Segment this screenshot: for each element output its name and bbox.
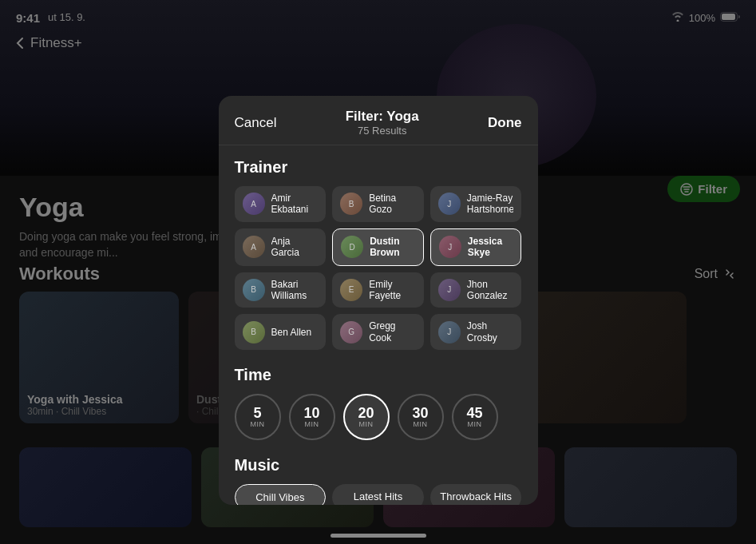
trainer-avatar-4: D bbox=[341, 236, 363, 258]
time-option-30[interactable]: 30 MIN bbox=[398, 394, 444, 440]
music-item-2[interactable]: Throwback Hits bbox=[430, 484, 522, 505]
trainer-item-8[interactable]: JJhon Gonzalez bbox=[430, 272, 522, 308]
trainer-item-3[interactable]: AAnja Garcia bbox=[235, 228, 327, 266]
time-unit-3: MIN bbox=[414, 420, 428, 428]
modal-header: Cancel Filter: Yoga 75 Results Done bbox=[219, 96, 538, 145]
trainer-avatar-7: E bbox=[340, 279, 362, 301]
music-item-0[interactable]: Chill Vibes bbox=[235, 484, 327, 505]
trainer-name-11: Josh Crosby bbox=[467, 320, 514, 343]
trainer-item-2[interactable]: JJamie-Ray Hartshorne bbox=[430, 186, 522, 222]
filter-modal: Cancel Filter: Yoga 75 Results Done Trai… bbox=[219, 96, 538, 505]
trainer-item-7[interactable]: EEmily Fayette bbox=[332, 272, 424, 308]
modal-title-block: Filter: Yoga 75 Results bbox=[346, 109, 419, 137]
trainer-item-1[interactable]: BBetina Gozo bbox=[332, 186, 424, 222]
time-section-label: Time bbox=[235, 366, 522, 384]
trainer-item-4[interactable]: DDustin Brown bbox=[332, 228, 424, 266]
music-item-1[interactable]: Latest Hits bbox=[332, 484, 424, 505]
time-unit-2: MIN bbox=[359, 420, 374, 428]
trainer-avatar-2: J bbox=[438, 193, 461, 215]
time-option-10[interactable]: 10 MIN bbox=[289, 394, 335, 440]
trainer-item-6[interactable]: BBakari Williams bbox=[235, 272, 327, 308]
trainer-name-1: Betina Gozo bbox=[369, 193, 416, 216]
time-num-4: 45 bbox=[466, 406, 482, 420]
time-num-0: 5 bbox=[253, 406, 261, 420]
modal-subtitle: 75 Results bbox=[346, 125, 419, 137]
time-option-20[interactable]: 20 MIN bbox=[343, 394, 390, 440]
modal-title: Filter: Yoga bbox=[346, 109, 419, 125]
trainer-section-label: Trainer bbox=[235, 158, 522, 177]
trainer-avatar-9: B bbox=[243, 321, 265, 343]
trainer-item-5[interactable]: JJessica Skye bbox=[430, 228, 522, 266]
cancel-button[interactable]: Cancel bbox=[235, 115, 277, 131]
time-num-3: 30 bbox=[412, 406, 428, 420]
time-section: Time 5 MIN 10 MIN 20 MIN 30 MIN 45 MIN bbox=[235, 366, 522, 440]
home-indicator bbox=[331, 534, 426, 538]
trainer-item-10[interactable]: GGregg Cook bbox=[332, 314, 424, 350]
done-button[interactable]: Done bbox=[488, 115, 522, 131]
time-unit-1: MIN bbox=[305, 420, 319, 428]
trainer-avatar-6: B bbox=[243, 279, 265, 301]
trainer-item-11[interactable]: JJosh Crosby bbox=[430, 314, 522, 350]
trainer-name-7: Emily Fayette bbox=[369, 279, 416, 302]
trainer-name-0: Amir Ekbatani bbox=[271, 193, 319, 216]
trainer-avatar-3: A bbox=[243, 236, 265, 258]
trainer-avatar-8: J bbox=[438, 279, 461, 301]
trainer-avatar-0: A bbox=[243, 193, 265, 215]
trainer-name-9: Ben Allen bbox=[271, 327, 312, 338]
trainer-item-0[interactable]: AAmir Ekbatani bbox=[235, 186, 327, 222]
time-unit-4: MIN bbox=[468, 420, 482, 428]
trainer-avatar-1: B bbox=[340, 193, 362, 215]
music-section-label: Music bbox=[235, 456, 522, 475]
trainer-name-10: Gregg Cook bbox=[369, 320, 416, 343]
time-option-45[interactable]: 45 MIN bbox=[452, 394, 498, 440]
time-unit-0: MIN bbox=[251, 420, 265, 428]
music-section: Music Chill VibesLatest HitsThrowback Hi… bbox=[235, 456, 522, 505]
trainer-avatar-11: J bbox=[438, 321, 461, 343]
trainer-name-2: Jamie-Ray Hartshorne bbox=[467, 193, 514, 216]
trainer-item-9[interactable]: BBen Allen bbox=[235, 314, 327, 350]
trainer-name-6: Bakari Williams bbox=[271, 279, 319, 302]
time-num-1: 10 bbox=[303, 406, 319, 420]
trainer-avatar-5: J bbox=[439, 236, 461, 258]
time-options: 5 MIN 10 MIN 20 MIN 30 MIN 45 MIN bbox=[235, 394, 522, 440]
music-grid: Chill VibesLatest HitsThrowback HitsEver… bbox=[235, 484, 522, 505]
time-option-5[interactable]: 5 MIN bbox=[235, 394, 281, 440]
trainer-name-3: Anja Garcia bbox=[271, 236, 319, 259]
trainer-avatar-10: G bbox=[340, 321, 362, 343]
time-num-2: 20 bbox=[358, 406, 374, 420]
trainer-name-5: Jessica Skye bbox=[468, 236, 513, 259]
trainer-name-4: Dustin Brown bbox=[370, 236, 415, 259]
trainer-name-8: Jhon Gonzalez bbox=[467, 279, 514, 302]
modal-body: Trainer AAmir EkbataniBBetina GozoJJamie… bbox=[219, 145, 538, 505]
trainer-grid: AAmir EkbataniBBetina GozoJJamie-Ray Har… bbox=[235, 186, 522, 350]
